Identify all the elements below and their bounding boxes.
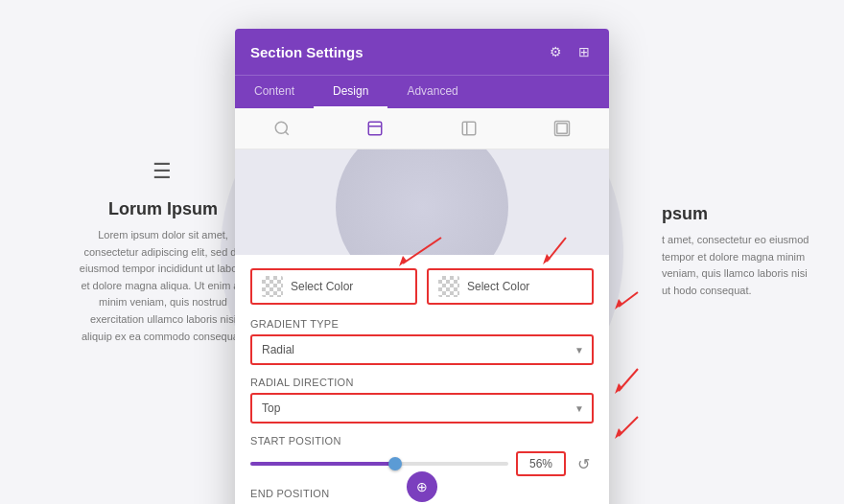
sub-tab-background[interactable] <box>329 114 423 143</box>
svg-point-0 <box>275 122 287 133</box>
tab-advanced[interactable]: Advanced <box>387 76 477 108</box>
preview-circle <box>336 149 508 255</box>
panel-header: Section Settings ⚙ ⊞ <box>235 29 609 75</box>
header-icons: ⚙ ⊞ <box>546 42 594 61</box>
color-row: Select Color Select Color <box>250 268 594 305</box>
start-position-fill <box>250 462 395 466</box>
panel-tabs: Content Design Advanced <box>235 75 609 108</box>
panel-title: Section Settings <box>250 44 363 60</box>
sub-tab-spacing[interactable] <box>516 114 610 143</box>
settings-icon[interactable]: ⚙ <box>546 42 565 61</box>
start-position-thumb[interactable] <box>388 457 402 470</box>
start-position-track[interactable] <box>250 462 508 466</box>
svg-rect-4 <box>462 122 476 135</box>
color-select-btn-2[interactable]: Select Color <box>427 268 594 305</box>
tab-design[interactable]: Design <box>314 76 387 108</box>
gradient-type-group: Gradient Type Radial Linear Circular Con… <box>250 318 594 365</box>
gradient-type-select-wrapper: Radial Linear Circular Conic ▼ <box>250 334 594 365</box>
color-select-label-2: Select Color <box>467 280 529 293</box>
radial-direction-select-wrapper: Top Bottom Left Right Center ▼ <box>250 393 594 424</box>
sub-tabs <box>235 108 609 149</box>
expand-icon[interactable]: ⊞ <box>574 42 594 61</box>
modal-overlay: Section Settings ⚙ ⊞ Content Design Adva… <box>0 0 844 504</box>
color-select-label-1: Select Color <box>291 280 353 293</box>
bottom-circle-button[interactable]: ⊕ <box>407 471 437 502</box>
radial-direction-select[interactable]: Top Bottom Left Right Center <box>252 395 592 422</box>
svg-rect-2 <box>369 122 383 135</box>
start-position-reset[interactable]: ↺ <box>574 453 594 475</box>
start-position-label: Start Position <box>250 435 594 447</box>
color-select-btn-1[interactable]: Select Color <box>250 268 417 305</box>
sub-tab-search[interactable] <box>235 114 329 143</box>
checkerboard-2 <box>438 276 459 297</box>
tab-content[interactable]: Content <box>235 76 314 108</box>
svg-rect-6 <box>557 124 568 134</box>
bottom-circle-icon: ⊕ <box>416 479 428 494</box>
svg-line-1 <box>285 131 288 134</box>
sub-tab-layout[interactable] <box>422 114 516 143</box>
checkerboard-1 <box>262 276 283 297</box>
radial-direction-label: Radial Direction <box>250 377 594 388</box>
panel-body: Select Color Select Color Gradient Type … <box>235 255 609 504</box>
radial-direction-group: Radial Direction Top Bottom Left Right C… <box>250 377 594 424</box>
gradient-type-label: Gradient Type <box>250 318 594 330</box>
gradient-type-select[interactable]: Radial Linear Circular Conic <box>252 336 592 363</box>
section-settings-panel: Section Settings ⚙ ⊞ Content Design Adva… <box>235 29 609 504</box>
preview-area <box>235 149 609 255</box>
start-position-group: Start Position 56% ↺ <box>250 435 594 476</box>
start-position-value[interactable]: 56% <box>516 451 566 476</box>
